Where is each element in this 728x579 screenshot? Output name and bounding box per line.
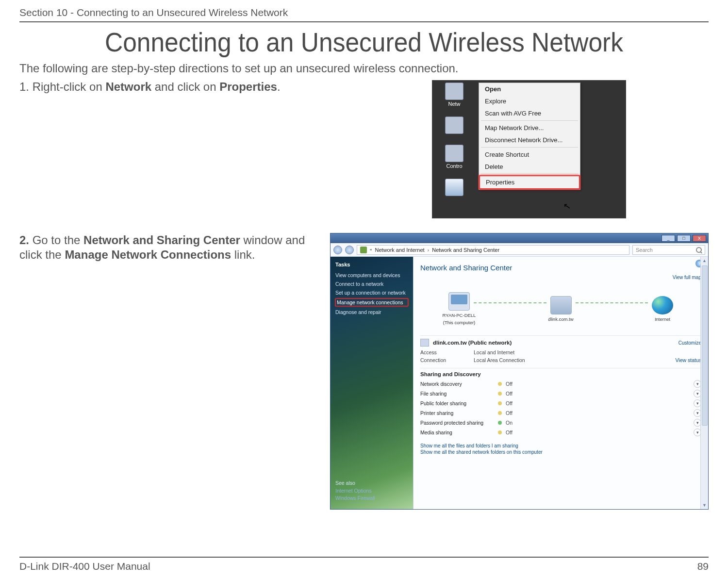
scrollbar-down-arrow-icon[interactable]: ▼ [701, 501, 708, 509]
map-node-internet: Internet [638, 296, 687, 322]
see-also-block: See also Internet Options Windows Firewa… [335, 480, 375, 502]
step1-prefix: 1. Right-click on [19, 80, 105, 93]
sd-key: Printer sharing [420, 410, 498, 416]
network-block-icon [420, 339, 429, 347]
window-maximize-button[interactable]: □ [677, 235, 691, 242]
step2-pre: Go to the [29, 233, 83, 247]
view-full-map-link[interactable]: View full map [673, 275, 701, 280]
sd-value: Off [506, 391, 513, 397]
screenshot-network-sharing-center: _ □ X « Network and Internet › Network a… [330, 233, 709, 510]
map-line-icon [576, 302, 648, 303]
context-menu-item-scan-avg[interactable]: Scan with AVG Free [479, 107, 580, 119]
status-dot-icon [498, 430, 502, 434]
nav-back-button[interactable] [333, 246, 342, 254]
sd-row-network-discovery[interactable]: Network discovery Off ▾ [420, 380, 701, 388]
status-dot-on-icon [498, 421, 502, 425]
desktop-icon-control-panel: Contro [445, 145, 463, 169]
sharing-discovery-title: Sharing and Discovery [420, 371, 701, 377]
task-setup-connection[interactable]: Set up a connection or network [335, 290, 408, 296]
breadcrumb-bar[interactable]: « Network and Internet › Network and Sha… [357, 245, 629, 255]
map-node-gateway: dlink.com.tw [537, 296, 585, 322]
content-title: Network and Sharing Center [420, 264, 701, 272]
context-menu-item-disconnect-drive[interactable]: Disconnect Network Drive... [479, 134, 580, 146]
scrollbar-vertical[interactable]: ▲ ▼ [700, 257, 708, 509]
task-diagnose-repair[interactable]: Diagnose and repair [335, 309, 408, 315]
connection-key: Connection [420, 357, 474, 363]
sd-row-media-sharing[interactable]: Media sharing Off ▾ [420, 429, 701, 436]
map-pc-name: RYAN-PC-DELL [443, 313, 476, 318]
view-status-link[interactable]: View status [676, 357, 702, 363]
folder-icon [445, 116, 463, 134]
desktop-icon-network: Netw [445, 83, 463, 107]
task-connect-network[interactable]: Connect to a network [335, 281, 408, 287]
step2-bold-manage: Manage Network Connections [65, 248, 231, 261]
map-gw-name: dlink.com.tw [548, 316, 573, 322]
bottom-links: Show me all the files and folders I am s… [420, 442, 701, 456]
see-also-windows-firewall[interactable]: Windows Firewall [335, 495, 375, 501]
sd-value: On [506, 420, 513, 426]
context-menu-item-delete[interactable]: Delete [479, 161, 580, 173]
desktop-icon-label: Netw [448, 101, 460, 107]
context-menu-separator [481, 120, 578, 121]
desktop-icon-recycle-bin [445, 179, 463, 197]
window-titlebar[interactable]: _ □ X [331, 233, 708, 243]
context-menu-item-create-shortcut[interactable]: Create Shortcut [479, 149, 580, 161]
task-manage-connections[interactable]: Manage network connections [335, 298, 408, 306]
context-menu[interactable]: Open Explore Scan with AVG Free Map Netw… [479, 83, 580, 190]
sd-row-public-folder[interactable]: Public folder sharing Off ▾ [420, 399, 701, 407]
window-close-button[interactable]: X [693, 235, 706, 242]
footer-left: D-Link DIR-400 User Manual [19, 561, 150, 572]
address-bar-row: « Network and Internet › Network and Sha… [331, 243, 708, 257]
breadcrumb-bullet: « [370, 248, 372, 252]
link-show-files-sharing[interactable]: Show me all the files and folders I am s… [420, 443, 701, 448]
see-also-internet-options[interactable]: Internet Options [335, 488, 375, 494]
content-panel: ? Network and Sharing Center View full m… [413, 257, 708, 509]
see-also-label: See also [335, 480, 375, 486]
sd-row-printer-sharing[interactable]: Printer sharing Off ▾ [420, 409, 701, 417]
breadcrumb-sep-icon: › [428, 247, 430, 253]
sd-key: File sharing [420, 391, 498, 397]
task-view-computers[interactable]: View computers and devices [335, 272, 408, 278]
nav-forward-button[interactable] [345, 246, 354, 254]
context-menu-item-map-drive[interactable]: Map Network Drive... [479, 122, 580, 134]
footer-page-number: 89 [697, 561, 709, 572]
sd-row-password-protected[interactable]: Password protected sharing On ▾ [420, 419, 701, 427]
network-map: RYAN-PC-DELL (This computer) dlink.com.t… [420, 282, 701, 335]
step2-bold-center: Network and Sharing Center [83, 233, 240, 247]
pc-icon [448, 292, 470, 311]
breadcrumb-part1[interactable]: Network and Internet [375, 247, 424, 253]
context-menu-item-open[interactable]: Open [479, 83, 580, 95]
gateway-icon [550, 296, 572, 314]
control-panel-icon [445, 145, 463, 162]
sd-value: Off [506, 400, 513, 406]
search-icon [696, 247, 702, 253]
sd-key: Media sharing [420, 430, 498, 435]
sd-row-file-sharing[interactable]: File sharing Off ▾ [420, 390, 701, 397]
sd-value: Off [506, 410, 513, 416]
network-block: dlink.com.tw (Public network) Customize … [420, 335, 701, 368]
search-input[interactable]: Search [632, 245, 705, 255]
scrollbar-up-arrow-icon[interactable]: ▲ [701, 257, 708, 265]
status-dot-icon [498, 411, 502, 415]
map-node-pc: RYAN-PC-DELL (This computer) [435, 292, 483, 325]
intro-text: The following are step-by-step direction… [19, 62, 709, 75]
link-show-shared-folders[interactable]: Show me all the shared network folders o… [420, 449, 701, 455]
step1-bold-network: Network [105, 80, 151, 93]
scrollbar-thumb[interactable] [702, 265, 708, 426]
network-icon [445, 83, 463, 100]
search-placeholder: Search [636, 247, 653, 253]
context-menu-item-properties[interactable]: Properties [479, 175, 580, 189]
desktop-icon-label: Contro [446, 163, 462, 169]
desktop-icons-column: Netw Contro [432, 81, 476, 218]
page-title: Connecting to an Unsecured Wireless Netw… [47, 26, 681, 58]
step1-mid: and click on [151, 80, 219, 93]
breadcrumb-part2[interactable]: Network and Sharing Center [432, 247, 499, 253]
rule-top [19, 21, 709, 22]
customize-link[interactable]: Customize [678, 340, 701, 346]
window-minimize-button[interactable]: _ [662, 235, 675, 242]
context-menu-item-explore[interactable]: Explore [479, 95, 580, 107]
status-dot-icon [498, 392, 502, 396]
step-2-text: 2. Go to the Network and Sharing Center … [19, 233, 320, 262]
tasks-header: Tasks [335, 262, 408, 267]
recycle-bin-icon [445, 179, 463, 196]
